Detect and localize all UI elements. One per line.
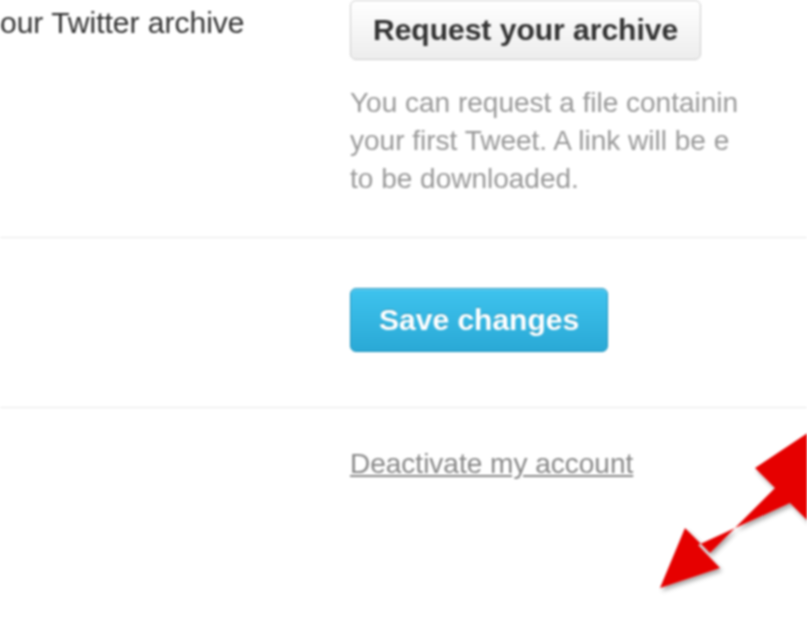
archive-help-line2: your first Tweet. A link will be e bbox=[350, 122, 807, 160]
deactivate-label-col bbox=[0, 448, 350, 480]
save-content-col: Save changes bbox=[350, 288, 807, 352]
save-label-col bbox=[0, 288, 350, 352]
request-archive-button[interactable]: Request your archive bbox=[350, 0, 701, 60]
deactivate-section: Deactivate my account bbox=[0, 408, 807, 490]
archive-label-col: our Twitter archive bbox=[0, 0, 350, 197]
save-changes-button[interactable]: Save changes bbox=[350, 288, 608, 352]
archive-label: our Twitter archive bbox=[0, 6, 245, 39]
archive-content-col: Request your archive You can request a f… bbox=[350, 0, 807, 197]
archive-help-line3: to be downloaded. bbox=[350, 160, 807, 198]
archive-section: our Twitter archive Request your archive… bbox=[0, 0, 807, 238]
archive-help-line1: You can request a file containin bbox=[350, 84, 807, 122]
deactivate-account-link[interactable]: Deactivate my account bbox=[350, 448, 633, 479]
deactivate-content-col: Deactivate my account bbox=[350, 448, 807, 480]
archive-help-text: You can request a file containin your fi… bbox=[350, 84, 807, 197]
save-section: Save changes bbox=[0, 238, 807, 408]
